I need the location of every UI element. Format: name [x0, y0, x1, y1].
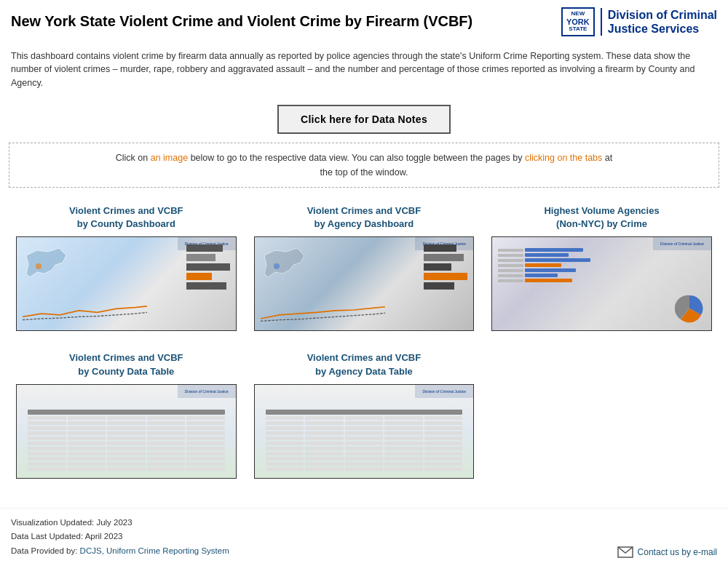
- nys-logo: NEW YORK STATE: [561, 7, 595, 36]
- data-notes-container: Click here for Data Notes: [0, 97, 728, 143]
- nys-logo-new: NEW: [571, 11, 585, 17]
- image-link[interactable]: an image: [151, 153, 188, 163]
- agency-dashboard-title: Violent Crimes and VCBF by Agency Dashbo…: [307, 204, 422, 231]
- county-dashboard-thumbnail[interactable]: Division of Criminal Justice: [16, 236, 237, 331]
- county-dashboard-title: Violent Crimes and VCBF by County Dashbo…: [69, 204, 183, 231]
- county-table-lines: [28, 410, 225, 471]
- highvol-dashboard-title: Highest Volume Agencies (Non-NYC) by Cri…: [544, 204, 659, 231]
- county-table-title: Violent Crimes and VCBF by County Data T…: [69, 351, 183, 378]
- toggle-instruction-box: Click on an image below to go to the res…: [9, 143, 719, 188]
- thumb-header-agencytable: Division of Criminal Justice: [415, 385, 473, 398]
- clicking-link[interactable]: clicking on the tabs: [525, 153, 602, 163]
- agency-table-thumbnail[interactable]: Division of Criminal Justice: [254, 384, 475, 479]
- county-thumb-line: [23, 301, 147, 323]
- svg-point-0: [36, 263, 41, 269]
- viz-updated-value: July 2023: [96, 518, 132, 527]
- data-provided-label: Data Provided by:: [11, 546, 80, 555]
- header-logo: NEW YORK STATE Division of Criminal Just…: [561, 7, 717, 36]
- thumb-header-countytable: Division of Criminal Justice: [178, 385, 236, 398]
- county-thumb-bars: [186, 244, 230, 290]
- agency-table-title: Violent Crimes and VCBF by Agency Data T…: [307, 351, 422, 378]
- viz-updated-label: Visualization Updated:: [11, 518, 96, 527]
- highvol-dashboard-item: Highest Volume Agencies (Non-NYC) by Cri…: [483, 199, 721, 346]
- highvol-hbars: [498, 248, 629, 282]
- thumb-header-highvol: Division of Criminal Justice: [653, 237, 711, 250]
- page-title: New York State Violent Crime and Violent…: [11, 13, 561, 30]
- page-header: New York State Violent Crime and Violent…: [0, 0, 728, 42]
- footer-contact: Contact us by e-mail: [617, 546, 717, 558]
- county-dashboard-item: Violent Crimes and VCBF by County Dashbo…: [7, 199, 245, 346]
- ny-map-agency-icon: [261, 244, 312, 288]
- data-updated-label: Data Last Updated:: [11, 532, 85, 541]
- ny-map-icon: [23, 244, 74, 288]
- footer-metadata: Visualization Updated: July 2023 Data La…: [11, 516, 229, 559]
- description-text: This dashboard contains violent crime by…: [11, 51, 695, 89]
- nys-logo-state: STATE: [569, 26, 587, 33]
- pie-chart-icon: [675, 294, 704, 323]
- highvol-dashboard-thumbnail[interactable]: Division of Criminal Justice: [491, 236, 712, 331]
- county-table-item: Violent Crimes and VCBF by County Data T…: [7, 346, 245, 493]
- agency-table-item: Violent Crimes and VCBF by Agency Data T…: [245, 346, 483, 493]
- toggle-text2: the top of the window.: [320, 167, 408, 178]
- svg-point-1: [274, 263, 280, 269]
- dcjs-link[interactable]: DCJS, Uniform Crime Reporting System: [80, 546, 229, 555]
- data-provided: Data Provided by: DCJS, Uniform Crime Re…: [11, 544, 229, 559]
- contact-email-link[interactable]: Contact us by e-mail: [638, 547, 717, 557]
- email-icon: [617, 546, 633, 558]
- page-description: This dashboard contains violent crime by…: [0, 42, 728, 97]
- agency-thumb-bars: [424, 244, 467, 290]
- data-notes-button[interactable]: Click here for Data Notes: [277, 105, 451, 134]
- data-updated: Data Last Updated: April 2023: [11, 530, 229, 544]
- county-table-thumbnail[interactable]: Division of Criminal Justice: [16, 384, 237, 479]
- page-footer: Visualization Updated: July 2023 Data La…: [0, 508, 728, 566]
- dcjs-line2: Justice Services: [608, 22, 717, 36]
- agency-table-lines: [266, 410, 463, 471]
- dashboard-grid: Violent Crimes and VCBF by County Dashbo…: [0, 199, 728, 493]
- agency-dashboard-item: Violent Crimes and VCBF by Agency Dashbo…: [245, 199, 483, 346]
- agency-dashboard-thumbnail[interactable]: Division of Criminal Justice: [254, 236, 475, 331]
- dcjs-logo-text: Division of Criminal Justice Services: [601, 8, 717, 36]
- toggle-text1: Click on an image below to go to the res…: [116, 153, 612, 163]
- agency-thumb-line: [261, 301, 385, 323]
- dcjs-line1: Division of Criminal: [608, 8, 717, 22]
- data-updated-value: April 2023: [85, 532, 123, 541]
- viz-updated: Visualization Updated: July 2023: [11, 516, 229, 530]
